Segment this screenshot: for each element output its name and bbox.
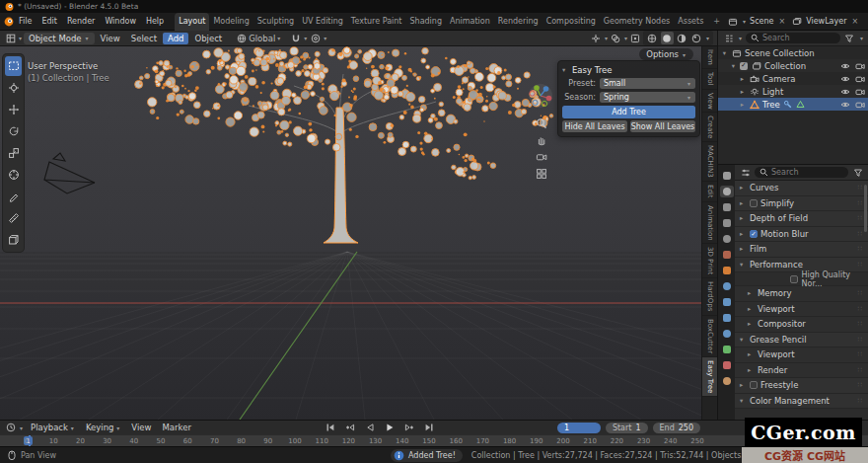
- property-checkbox[interactable]: [790, 275, 798, 283]
- outliner-row-collection[interactable]: ▾✓Collection: [718, 59, 868, 72]
- menu-view[interactable]: View: [96, 33, 125, 44]
- scene-selector[interactable]: Scene: [750, 17, 773, 26]
- next-keyframe-button[interactable]: [403, 422, 416, 434]
- menu-edit[interactable]: Edit: [36, 15, 62, 28]
- sidebar-tab-tool[interactable]: Tool: [702, 69, 717, 90]
- blender-menu-icon[interactable]: [4, 15, 14, 28]
- navigation-axis-gizmo[interactable]: [528, 83, 553, 109]
- sidebar-tab-easy-tree[interactable]: Easy Tree: [702, 357, 717, 397]
- properties-tab-world[interactable]: [720, 249, 734, 261]
- end-frame-field[interactable]: End250: [653, 423, 700, 433]
- timeline-menu-view[interactable]: View: [126, 422, 156, 433]
- select-box-tool[interactable]: [5, 56, 22, 76]
- shading-rendered-icon[interactable]: [690, 32, 703, 44]
- snap-magnet-icon[interactable]: [289, 32, 302, 44]
- outliner-filter-icon[interactable]: [843, 32, 856, 44]
- timeline-editor-icon[interactable]: [4, 422, 17, 434]
- transform-orientation[interactable]: Global: [249, 34, 275, 43]
- viewlayer-unlink-icon[interactable]: ×: [849, 17, 860, 26]
- properties-tab-output[interactable]: [720, 201, 734, 213]
- zoom-icon[interactable]: [534, 116, 549, 131]
- panel-motion-blur[interactable]: ▸✓Motion Blur∷: [735, 227, 868, 243]
- properties-tab-modifiers[interactable]: [720, 280, 734, 292]
- gizmo-toggle-icon[interactable]: [590, 32, 603, 44]
- scene-dropdown-icon[interactable]: ▾: [743, 18, 746, 25]
- sidebar-tab-create[interactable]: Create: [702, 113, 717, 142]
- menu-render[interactable]: Render: [62, 15, 100, 28]
- workspace-tab-modeling[interactable]: Modeling: [209, 13, 253, 31]
- disclosure-icon[interactable]: ▸: [740, 214, 747, 222]
- panel-checkbox[interactable]: [750, 381, 758, 389]
- camera-view-icon[interactable]: [534, 149, 549, 165]
- transform-tool[interactable]: [5, 165, 22, 185]
- show-all-leaves-button[interactable]: Show All Leaves: [630, 120, 695, 132]
- panel-viewport[interactable]: ▸Viewport∷: [735, 302, 868, 318]
- hide-eye-icon[interactable]: [839, 59, 850, 72]
- workspace-tab-assets[interactable]: Assets: [674, 13, 707, 31]
- timeline-menu-keying[interactable]: Keying ▾: [81, 422, 125, 433]
- menu-help[interactable]: Help: [141, 15, 169, 28]
- properties-tab-scene[interactable]: [720, 233, 734, 245]
- shading-material-icon[interactable]: [676, 32, 688, 44]
- properties-filter-icon[interactable]: [851, 166, 864, 179]
- sidebar-tab-animation[interactable]: Animation: [702, 202, 717, 245]
- workspace-tab-texture-paint[interactable]: Texture Paint: [347, 13, 406, 31]
- outliner-editor-icon[interactable]: [722, 32, 735, 44]
- previous-keyframe-button[interactable]: [344, 422, 357, 434]
- current-frame-field[interactable]: 1: [557, 423, 601, 433]
- add-cube-tool[interactable]: [5, 230, 22, 250]
- easy-tree-collapse-icon[interactable]: ▾: [562, 66, 569, 74]
- disclosure-icon[interactable]: ▸: [739, 101, 746, 109]
- overlays-toggle-icon[interactable]: [610, 32, 622, 44]
- disclosure-icon[interactable]: ▾: [740, 261, 747, 269]
- panel-color-management[interactable]: ▾Color Management∷: [735, 394, 868, 410]
- workspace-tab-layout[interactable]: Layout: [175, 13, 209, 31]
- scale-tool[interactable]: [5, 143, 22, 163]
- globe-icon[interactable]: [235, 32, 248, 44]
- disclosure-icon[interactable]: ▸: [748, 289, 755, 297]
- menu-select[interactable]: Select: [126, 33, 162, 44]
- disclosure-icon[interactable]: ▸: [740, 245, 747, 253]
- rotate-tool[interactable]: [5, 121, 22, 141]
- jump-to-end-button[interactable]: [423, 422, 436, 434]
- sidebar-tab-boxcutter[interactable]: BoxCutter: [702, 316, 717, 357]
- shading-wireframe-icon[interactable]: [646, 32, 659, 44]
- disable-render-icon[interactable]: [854, 85, 865, 98]
- viewlayer-selector[interactable]: ViewLayer: [806, 17, 846, 26]
- properties-tab-particles[interactable]: [720, 296, 734, 308]
- disable-render-icon[interactable]: [854, 59, 865, 72]
- season-dropdown[interactable]: Spring▾: [600, 92, 695, 103]
- disclosure-icon[interactable]: ▾: [740, 336, 747, 344]
- jump-to-start-button[interactable]: [325, 422, 337, 434]
- properties-tab-constraints[interactable]: [720, 328, 734, 340]
- disclosure-icon[interactable]: ▸: [739, 88, 746, 96]
- disclosure-icon[interactable]: ▸: [748, 366, 755, 374]
- panel-grease-pencil[interactable]: ▾Grease Pencil∷: [735, 333, 868, 348]
- properties-tab-view-layer[interactable]: [720, 217, 734, 229]
- panel-film[interactable]: ▸Film∷: [735, 242, 868, 258]
- menu-file[interactable]: File: [14, 15, 36, 28]
- disclosure-icon[interactable]: ▸: [740, 381, 747, 389]
- properties-tab-object[interactable]: [720, 265, 734, 276]
- mode-selector[interactable]: Object Mode▾: [24, 33, 95, 44]
- disclosure-icon[interactable]: ▸: [740, 230, 747, 238]
- properties-tab-tool[interactable]: [720, 170, 734, 182]
- properties-tab-texture[interactable]: [720, 375, 734, 387]
- sidebar-tab-item[interactable]: Item: [702, 46, 717, 69]
- snap-dropdown-icon[interactable]: ▾: [304, 35, 307, 41]
- viewport-3d[interactable]: User Perspective (1) Collection | Tree O…: [0, 46, 701, 420]
- hide-eye-icon[interactable]: [839, 98, 850, 111]
- workspace-tab-rendering[interactable]: Rendering: [494, 13, 542, 31]
- disclosure-icon[interactable]: ▾: [721, 49, 728, 57]
- proportional-editing-icon[interactable]: [309, 32, 322, 44]
- collection-checkbox[interactable]: ✓: [740, 62, 748, 70]
- workspace-tab-uv-editing[interactable]: UV Editing: [298, 13, 347, 31]
- options-dropdown[interactable]: Options▾: [639, 48, 693, 60]
- measure-tool[interactable]: [5, 208, 22, 228]
- disclosure-icon[interactable]: ▾: [740, 397, 747, 405]
- properties-tab-object-data[interactable]: [720, 344, 734, 355]
- panel-render[interactable]: ▸Render∷: [735, 363, 868, 379]
- hide-eye-icon[interactable]: [839, 85, 850, 98]
- disclosure-icon[interactable]: ▾: [730, 62, 737, 70]
- viewlayer-icon[interactable]: [790, 15, 803, 28]
